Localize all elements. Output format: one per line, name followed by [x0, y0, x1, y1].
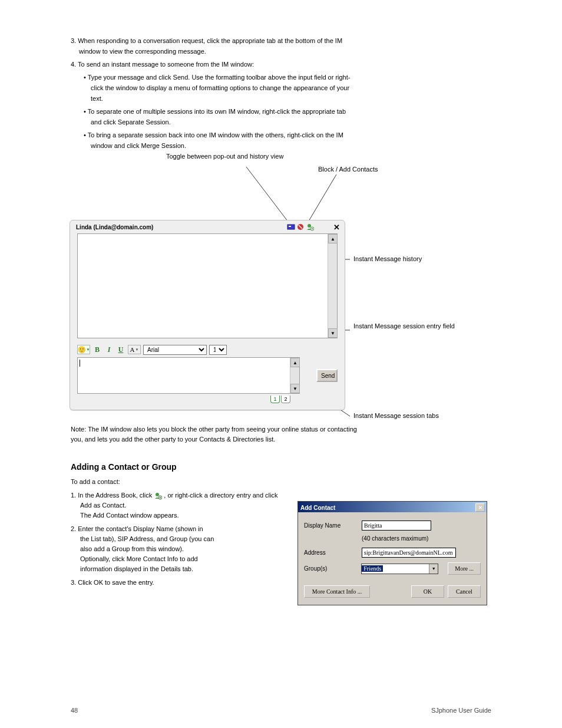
format-toolbar: 🙂▼ B I U A▼ Arial 10: [77, 344, 338, 355]
bullet-c: • To bring a separate session back into …: [71, 130, 498, 140]
bold-button[interactable]: B: [92, 345, 102, 354]
address-label: Address: [304, 549, 362, 556]
ok-button[interactable]: OK: [411, 585, 444, 598]
dialog-close-icon[interactable]: ✕: [475, 503, 485, 512]
im-title: Linda (Linda@domain.com): [76, 224, 153, 230]
bullet-c2: window and click Merge Session.: [71, 140, 498, 151]
page-footer: 48 SJphone User Guide: [0, 707, 562, 714]
step-3: 3. When responding to a conversation req…: [71, 35, 498, 46]
im-window: Linda (Linda@domain.com) ✕ ▲ ▼ 🙂▼: [70, 220, 345, 410]
send-button[interactable]: Send: [316, 369, 338, 382]
step-4: 4. To send an instant message to someone…: [71, 59, 498, 70]
step-1: 1. In the Address Book, click , or right…: [71, 490, 289, 510]
svg-point-9: [308, 224, 311, 228]
bullet-b: • To separate one of multiple sessions i…: [71, 106, 498, 117]
svg-line-1: [307, 174, 336, 224]
page-number: 48: [71, 707, 78, 714]
doc-title: SJphone User Guide: [431, 707, 491, 714]
groups-selected-value: Friends: [362, 565, 383, 572]
scrollbar[interactable]: ▲ ▼: [328, 234, 337, 338]
cancel-button[interactable]: Cancel: [448, 585, 481, 598]
close-icon[interactable]: ✕: [332, 222, 341, 232]
underline-button[interactable]: U: [116, 345, 125, 354]
callout-entry-label: Instant Message session entry field: [353, 322, 477, 331]
session-tab-1[interactable]: 1: [270, 396, 280, 403]
groups-label: Group(s): [304, 565, 361, 572]
step-3-cont: window to view the corresponding message…: [71, 46, 498, 57]
more-groups-button[interactable]: More ...: [448, 562, 481, 575]
svg-rect-6: [289, 226, 291, 227]
callout-history-label: Instant Message history: [353, 255, 422, 263]
add-contact-icon[interactable]: [306, 223, 314, 231]
font-name-select[interactable]: Arial: [143, 345, 207, 355]
note-text-2: you, and lets you add the other party to…: [71, 434, 498, 444]
step-2c: also add a Group from this window).: [71, 544, 289, 554]
callout-tabs-label: Instant Message session tabs: [353, 411, 439, 420]
svg-line-0: [246, 167, 290, 224]
step-3-add: 3. Click OK to save the entry.: [71, 578, 289, 588]
callout-toggle-label: Toggle between pop-out and history view: [166, 152, 283, 161]
display-name-label: Display Name: [304, 522, 362, 529]
bullet-a: • Type your message and click Send. Use …: [71, 72, 498, 83]
address-field[interactable]: [362, 548, 456, 558]
scroll-down-icon[interactable]: ▼: [328, 328, 338, 338]
bullet-b2: and click Separate Session.: [71, 117, 498, 127]
input-scroll-up-icon[interactable]: ▲: [290, 358, 300, 367]
step-2b: the List tab), SIP Address, and Group (y…: [71, 534, 289, 544]
step-2e: information displayed in the Details tab…: [71, 564, 289, 574]
emoji-picker-button[interactable]: 🙂▼: [77, 345, 90, 354]
dialog-title: Add Contact: [300, 505, 335, 511]
lead-text: To add a contact:: [71, 477, 498, 487]
add-contact-inline-icon: [154, 492, 162, 500]
heading-add-contact: Adding a Contact or Group: [71, 462, 498, 472]
font-size-select[interactable]: 10: [209, 345, 227, 355]
step-2: 2. Enter the contact's Display Name (sho…: [71, 524, 289, 534]
font-color-button[interactable]: A▼: [128, 345, 141, 354]
step-1-cont: The Add Contact window appears.: [71, 510, 289, 521]
input-scrollbar[interactable]: ▲ ▼: [290, 358, 299, 393]
display-name-field[interactable]: [362, 521, 431, 531]
instructions-block: 3. When responding to a conversation req…: [71, 35, 498, 151]
note-text: Note: The IM window also lets you block …: [71, 424, 498, 434]
more-contact-info-button[interactable]: More Contact Info ...: [304, 585, 370, 598]
groups-select[interactable]: Friends ▼: [361, 564, 438, 574]
svg-point-13: [156, 493, 159, 496]
session-tab-2[interactable]: 2: [281, 396, 290, 403]
im-history-pane: ▲ ▼: [77, 233, 338, 338]
chevron-down-icon[interactable]: ▼: [429, 564, 438, 574]
toggle-view-icon[interactable]: [287, 223, 295, 231]
italic-button[interactable]: I: [104, 345, 114, 354]
add-contact-dialog: Add Contact ✕ Display Name (40 character…: [297, 501, 487, 605]
scroll-up-icon[interactable]: ▲: [328, 234, 338, 243]
block-contact-icon[interactable]: [296, 223, 305, 231]
callout-block-add-label: Block / Add Contacts: [318, 165, 378, 174]
bullet-a3: text.: [71, 93, 498, 104]
im-input-field[interactable]: ▲ ▼: [77, 357, 300, 394]
step-2d: Optionally, click More Contact Info to a…: [71, 554, 289, 564]
bullet-a2: click the window to display a menu of fo…: [71, 83, 498, 93]
char-limit-note: (40 characters maximum): [362, 535, 481, 542]
input-scroll-down-icon[interactable]: ▼: [290, 384, 300, 393]
